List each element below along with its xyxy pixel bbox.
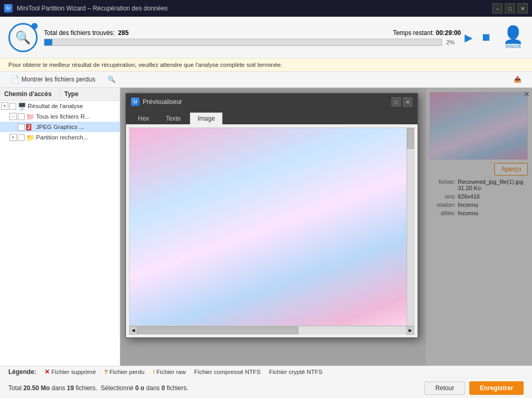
export-icon: 📤 xyxy=(514,76,522,83)
tree-expand-btn[interactable]: + xyxy=(9,134,17,141)
stats-row: Total des fichiers trouvés: 285 Temps re… xyxy=(44,29,461,37)
play-button[interactable]: ▶ xyxy=(461,30,476,45)
footer: Légende: ✕ Fichier supprimé ? Fichier pe… xyxy=(0,366,532,398)
tree-expand-btn[interactable]: - xyxy=(9,113,17,120)
folder-icon: 📁 xyxy=(26,134,34,141)
toolbar: 📄 Montrer les fichiers perdus 🔍 📤 xyxy=(0,72,532,88)
progress-fill xyxy=(44,39,52,45)
tree-checkbox[interactable] xyxy=(9,103,16,110)
preview-image xyxy=(130,128,414,325)
tree-checkbox[interactable] xyxy=(18,113,25,120)
status-buttons: Retour Enregistrer xyxy=(424,381,524,395)
legend-label: Légende: xyxy=(8,368,36,376)
deleted-icon: ✕ xyxy=(44,368,50,376)
deleted-label: Fichier supprimé xyxy=(51,369,96,375)
compressed-label: Fichier compressé NTFS xyxy=(194,369,261,375)
tree-col-path: Chemin d'accès xyxy=(0,88,60,100)
tree-item-label: Tous les fichiers R... xyxy=(36,113,90,120)
scroll-left-button[interactable]: ◀ xyxy=(129,326,137,335)
app-window: 🔍 Total des fichiers trouvés: 285 Temps … xyxy=(0,17,532,398)
app-icon: M xyxy=(4,4,13,13)
scroll-track xyxy=(137,326,406,334)
dialog-title-text: Prévisualiseur xyxy=(143,98,182,106)
status-bar: Total 20.50 Mo dans 19 fichiers. Sélecti… xyxy=(0,378,532,398)
horizontal-scrollbar[interactable]: ◀ ▶ xyxy=(129,326,414,334)
close-button[interactable]: ✕ xyxy=(517,3,528,14)
dialog-close-button[interactable]: ✕ xyxy=(403,97,412,107)
tree-expand-btn[interactable]: + xyxy=(1,102,8,110)
jpg-icon: J xyxy=(26,123,34,131)
tree-header: Chemin d'accès Type xyxy=(0,88,120,101)
search-button[interactable]: 🔍 xyxy=(103,74,120,85)
title-bar-text: MiniTool Partition Wizard – Récupération… xyxy=(17,5,168,12)
tab-image[interactable]: Image xyxy=(190,112,223,124)
header-left: 🔍 Total des fichiers trouvés: 285 Temps … xyxy=(8,23,461,52)
header-stats: Total des fichiers trouvés: 285 Temps re… xyxy=(44,29,461,46)
content-area: Chemin d'accès Type + 🖥️ Résultat de l'a… xyxy=(0,88,532,366)
maximize-button[interactable]: □ xyxy=(505,3,515,14)
scrollbar-thumb[interactable] xyxy=(407,128,414,149)
dialog-title-left: M Prévisualiseur xyxy=(131,98,182,106)
vertical-scrollbar[interactable] xyxy=(407,128,414,325)
left-panel: Chemin d'accès Type + 🖥️ Résultat de l'a… xyxy=(0,88,120,366)
title-bar: M MiniTool Partition Wizard – Récupérati… xyxy=(0,0,532,17)
lost-label: Fichier perdu xyxy=(109,369,144,375)
lost-icon: ? xyxy=(104,369,108,375)
tree-item-label: JPEG Graphics ... xyxy=(36,124,84,130)
dialog-image-area xyxy=(129,127,414,326)
legend-compressed: Fichier compressé NTFS xyxy=(194,369,261,375)
legend-lost: ? Fichier perdu xyxy=(104,369,144,375)
legend-raw: ! Fichier raw xyxy=(153,369,186,375)
search-icon: 🔍 xyxy=(15,30,31,45)
tree-body: + 🖥️ Résultat de l'analyse - 📁 Tous les … xyxy=(0,101,120,366)
stop-button[interactable]: ⏹ xyxy=(479,30,493,45)
total-files-label: Total des fichiers trouvés: 285 xyxy=(44,29,129,37)
show-lost-files-button[interactable]: 📄 Montrer les fichiers perdus xyxy=(6,74,99,85)
raw-label: Fichier raw xyxy=(156,369,186,375)
header: 🔍 Total des fichiers trouvés: 285 Temps … xyxy=(0,17,532,58)
tree-item-label: Partition recherch... xyxy=(36,134,88,141)
scroll-right-button[interactable]: ▶ xyxy=(406,326,414,335)
list-item[interactable]: J JPEG Graphics ... xyxy=(0,122,120,132)
scroll-thumb[interactable] xyxy=(137,326,298,334)
dialog-maximize-button[interactable]: □ xyxy=(391,97,401,107)
raw-icon: ! xyxy=(153,369,155,375)
list-item[interactable]: + 📁 Partition recherch... xyxy=(0,132,120,143)
total-count: 285 xyxy=(118,29,129,37)
minimize-button[interactable]: – xyxy=(492,3,503,14)
encrypted-label: Fichier crypté NTFS xyxy=(269,369,322,375)
dialog-controls: □ ✕ xyxy=(391,97,412,107)
tree-col-type: Type xyxy=(60,88,120,100)
right-panel: M Prévisualiseur □ ✕ Hex Texte Image xyxy=(120,88,532,366)
time-remaining: Temps restant: 00:29:00 xyxy=(393,29,461,37)
retour-button[interactable]: Retour xyxy=(424,381,465,395)
show-lost-label: Montrer les fichiers perdus xyxy=(21,76,95,83)
info-bar: Pour obtenir le meilleur résultat de réc… xyxy=(0,58,532,72)
progress-row: 2% xyxy=(44,39,461,46)
preview-dialog: M Prévisualiseur □ ✕ Hex Texte Image xyxy=(125,93,418,338)
folder-red-icon: 📁 xyxy=(26,113,34,120)
user-icon: 👤 xyxy=(503,26,524,43)
tree-checkbox[interactable] xyxy=(18,124,25,131)
tab-hex[interactable]: Hex xyxy=(130,112,157,124)
inscrit-label: Inscrit xyxy=(505,43,521,49)
legend-encrypted: Fichier crypté NTFS xyxy=(269,369,322,375)
tree-checkbox[interactable] xyxy=(18,134,25,141)
list-item[interactable]: - 📁 Tous les fichiers R... xyxy=(0,111,120,122)
enregistrer-button[interactable]: Enregistrer xyxy=(469,381,524,395)
export-button[interactable]: 📤 xyxy=(510,74,526,85)
dialog-titlebar: M Prévisualiseur □ ✕ xyxy=(126,93,418,110)
title-bar-left: M MiniTool Partition Wizard – Récupérati… xyxy=(4,4,168,13)
inscrit-area: 👤 Inscrit xyxy=(503,26,524,49)
header-controls: ▶ ⏹ 👤 Inscrit xyxy=(461,26,524,49)
status-text: Total 20.50 Mo dans 19 fichiers. Sélecti… xyxy=(8,384,188,392)
tab-texte[interactable]: Texte xyxy=(158,112,189,124)
legend-bar: Légende: ✕ Fichier supprimé ? Fichier pe… xyxy=(0,366,532,378)
legend-deleted: ✕ Fichier supprimé xyxy=(44,368,96,376)
file-icon: 📄 xyxy=(10,75,19,84)
list-item[interactable]: + 🖥️ Résultat de l'analyse xyxy=(0,101,120,111)
title-bar-controls: – □ ✕ xyxy=(492,3,528,14)
scan-animation: 🔍 xyxy=(8,23,38,52)
progress-bar xyxy=(44,39,442,46)
dialog-overlay: M Prévisualiseur □ ✕ Hex Texte Image xyxy=(120,88,532,366)
